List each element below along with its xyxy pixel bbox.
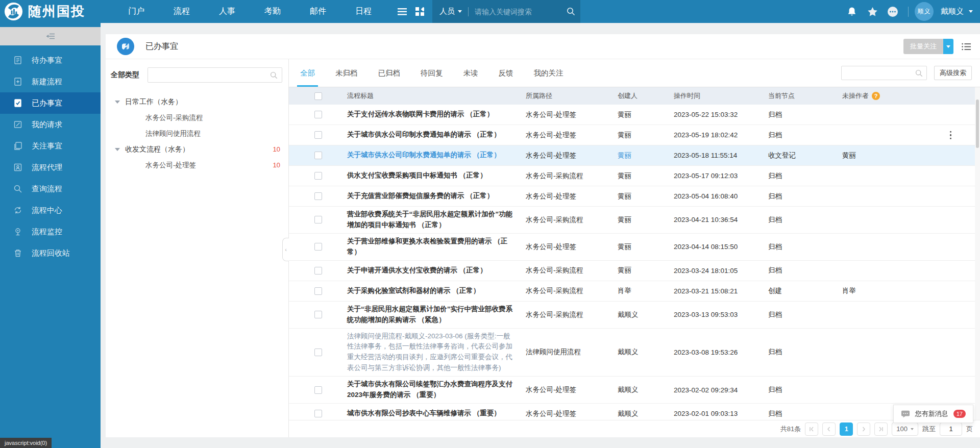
sidebar-collapse-toggle[interactable] <box>0 27 101 45</box>
tab-my-follow[interactable]: 我的关注 <box>534 59 564 87</box>
sidebar-item-flow-center[interactable]: 流程中心 <box>0 200 101 221</box>
table-row[interactable]: 城市供水有限公司抄表中心车辆维修请示 （重要） 水务公司-处理签 戴顺义 202… <box>289 404 980 420</box>
user-avatar[interactable]: 顺义 <box>915 2 934 21</box>
tree-node-processing-sign[interactable]: 水务公司-处理签 10 <box>111 157 282 173</box>
row-creator[interactable]: 黄丽 <box>618 110 674 119</box>
row-checkbox[interactable] <box>314 349 322 356</box>
row-title[interactable]: 关于申请开通供水支付宝收费的请示 （正常） <box>347 265 526 276</box>
more-icon[interactable] <box>884 0 902 23</box>
row-creator[interactable]: 黄丽 <box>618 192 674 201</box>
row-checkbox[interactable] <box>314 131 322 139</box>
first-page-button[interactable] <box>805 422 818 436</box>
row-checkbox[interactable] <box>314 243 322 251</box>
sidebar-item-done[interactable]: 已办事宜 <box>0 92 101 114</box>
row-checkbox[interactable] <box>314 111 322 118</box>
row-checkbox[interactable] <box>314 152 322 159</box>
menu-item-flow[interactable]: 流程 <box>166 0 197 23</box>
page-number-button[interactable]: 1 <box>840 422 853 436</box>
row-creator[interactable]: 黄丽 <box>618 242 674 252</box>
caret-down-icon[interactable] <box>115 148 120 151</box>
sidebar-item-query-flow[interactable]: 查询流程 <box>0 178 101 200</box>
page-size-select[interactable]: 100 <box>892 422 918 436</box>
row-checkbox[interactable] <box>314 216 322 223</box>
menu-item-schedule[interactable]: 日程 <box>348 0 379 23</box>
batch-follow-button[interactable]: 批量关注 <box>903 39 953 54</box>
apps-grid-icon[interactable] <box>411 0 428 23</box>
row-title[interactable]: 关于城市供水有限公司续签鄂汇办水费查询程序及支付2023年服务费的请示 （重要） <box>347 379 526 401</box>
row-checkbox[interactable] <box>314 287 322 295</box>
row-creator[interactable]: 戴顺义 <box>618 385 674 394</box>
sidebar-item-flow-monitor[interactable]: 流程监控 <box>0 221 101 242</box>
caret-down-icon[interactable] <box>115 101 120 104</box>
row-creator[interactable]: 戴顺义 <box>618 409 674 418</box>
table-row[interactable]: 关于“非居民用水超定额累计加价”实行中营业部收费系统功能增加的采购请示 （紧急）… <box>289 302 980 329</box>
table-row[interactable]: 关于营业部维修和更换水表检验装置费用的请示 （正常） 水务公司-处理签 黄丽 2… <box>289 234 980 261</box>
row-title[interactable]: 营业部收费系统关于“非居民用水超定额累计加价”功能增加的项目中标通知书 （正常） <box>347 209 526 231</box>
search-scope-dropdown[interactable]: 人员 <box>439 7 462 16</box>
row-title[interactable]: 法律顾问使用流程-戴顺义-2023-03-06 (服务类型:一般性法律事务，包括… <box>347 331 526 374</box>
row-title[interactable]: 关于城市供水公司印制水费通知单的请示 （正常） <box>347 150 526 161</box>
sidebar-item-todo[interactable]: 待办事宜 <box>0 49 101 71</box>
tree-search-input[interactable] <box>152 71 270 79</box>
row-title[interactable]: 供水支付宝收费采购项目中标通知书 （正常） <box>347 170 526 181</box>
row-title[interactable]: 关于城市供水公司印制水费通知单的请示 （正常） <box>347 130 526 140</box>
question-icon[interactable]: ? <box>872 92 880 100</box>
row-checkbox[interactable] <box>314 172 322 180</box>
star-icon[interactable] <box>863 0 881 23</box>
chevron-down-icon[interactable] <box>969 10 973 13</box>
row-creator[interactable]: 黄丽 <box>618 151 674 160</box>
table-row-selected[interactable]: 关于城市供水公司印制水费通知单的请示 （正常） 水务公司-处理签 黄丽 2023… <box>289 145 980 166</box>
sidebar-item-proxy[interactable]: 流程代理 <box>0 157 101 178</box>
tree-node-procurement[interactable]: 水务公司-采购流程 <box>111 110 282 126</box>
tab-all[interactable]: 全部 <box>300 59 315 87</box>
menu-item-mail[interactable]: 邮件 <box>303 0 333 23</box>
row-checkbox[interactable] <box>314 386 322 394</box>
menu-icon[interactable] <box>394 0 411 23</box>
scrollbar-track[interactable] <box>975 87 980 420</box>
menu-item-hr[interactable]: 人事 <box>212 0 242 23</box>
row-creator[interactable]: 戴顺义 <box>618 310 674 319</box>
sidebar-item-my-requests[interactable]: 我的请求 <box>0 114 101 135</box>
panel-collapse-handle[interactable]: ‹ <box>282 238 289 261</box>
row-creator[interactable]: 戴顺义 <box>618 347 674 357</box>
brand[interactable]: 随州国投 <box>0 2 92 21</box>
search-icon[interactable] <box>915 69 923 77</box>
row-title[interactable]: 关于充值营业部催费短信服务费的请示 （正常） <box>347 191 526 202</box>
batch-follow-dropdown[interactable] <box>943 39 953 54</box>
tree-node-document-flow[interactable]: 收发文流程（水务） 10 <box>111 141 282 157</box>
table-row[interactable]: 营业部收费系统关于“非居民用水超定额累计加价”功能增加的项目中标通知书 （正常）… <box>289 207 980 234</box>
row-checkbox[interactable] <box>314 311 322 318</box>
table-row[interactable]: 关于支付远传水表物联网卡费用的请示 （正常） 水务公司-处理签 黄丽 2023-… <box>289 105 980 125</box>
advanced-search-button[interactable]: 高级搜索 <box>934 66 972 80</box>
select-all-checkbox[interactable] <box>314 92 322 100</box>
list-view-icon[interactable] <box>962 43 971 51</box>
tree-node-daily-work[interactable]: 日常工作（水务） <box>111 94 282 110</box>
tab-feedback[interactable]: 反馈 <box>499 59 513 87</box>
row-title[interactable]: 关于采购化验室试剂和器材的请示 （正常） <box>347 286 526 296</box>
sidebar-item-followed[interactable]: 关注事宜 <box>0 135 101 157</box>
row-title[interactable]: 城市供水有限公司抄表中心车辆维修请示 （重要） <box>347 408 526 419</box>
table-row[interactable]: 关于采购化验室试剂和器材的请示 （正常） 水务公司-采购流程 肖举 2023-0… <box>289 281 980 302</box>
row-title[interactable]: 关于“非居民用水超定额累计加价”实行中营业部收费系统功能增加的采购请示 （紧急） <box>347 304 526 326</box>
jump-page-input[interactable] <box>940 422 962 436</box>
search-icon[interactable] <box>567 7 575 16</box>
search-icon[interactable] <box>270 71 278 79</box>
sidebar-item-recycle-bin[interactable]: 流程回收站 <box>0 242 101 264</box>
menu-item-portal[interactable]: 门户 <box>121 0 152 23</box>
table-row[interactable]: 关于充值营业部催费短信服务费的请示 （正常） 水务公司-处理签 黄丽 2023-… <box>289 186 980 207</box>
table-row[interactable]: 关于城市供水公司印制水费通知单的请示 （正常） 水务公司-处理签 黄丽 2023… <box>289 125 980 145</box>
tab-unarchived[interactable]: 未归档 <box>335 59 358 87</box>
tab-archived[interactable]: 已归档 <box>378 59 401 87</box>
row-checkbox[interactable] <box>314 267 322 275</box>
sidebar-item-new-flow[interactable]: 新建流程 <box>0 71 101 92</box>
tree-node-legal-counsel[interactable]: 法律顾问使用流程 <box>111 126 282 141</box>
row-title[interactable]: 关于支付远传水表物联网卡费用的请示 （正常） <box>347 109 526 120</box>
table-row[interactable]: 供水支付宝收费采购项目中标通知书 （正常） 水务公司-采购流程 黄丽 2023-… <box>289 166 980 186</box>
new-message-popup[interactable]: 您有新消息 17 <box>893 405 973 423</box>
table-row[interactable]: 法律顾问使用流程-戴顺义-2023-03-06 (服务类型:一般性法律事务，包括… <box>289 329 980 377</box>
bell-icon[interactable] <box>843 0 861 23</box>
row-title[interactable]: 关于营业部维修和更换水表检验装置费用的请示 （正常） <box>347 236 526 258</box>
table-row[interactable]: 关于申请开通供水支付宝收费的请示 （正常） 水务公司-采购流程 黄丽 2023-… <box>289 261 980 281</box>
table-row[interactable]: 关于城市供水有限公司续签鄂汇办水费查询程序及支付2023年服务费的请示 （重要）… <box>289 377 980 404</box>
tab-pending-reply[interactable]: 待回复 <box>421 59 443 87</box>
